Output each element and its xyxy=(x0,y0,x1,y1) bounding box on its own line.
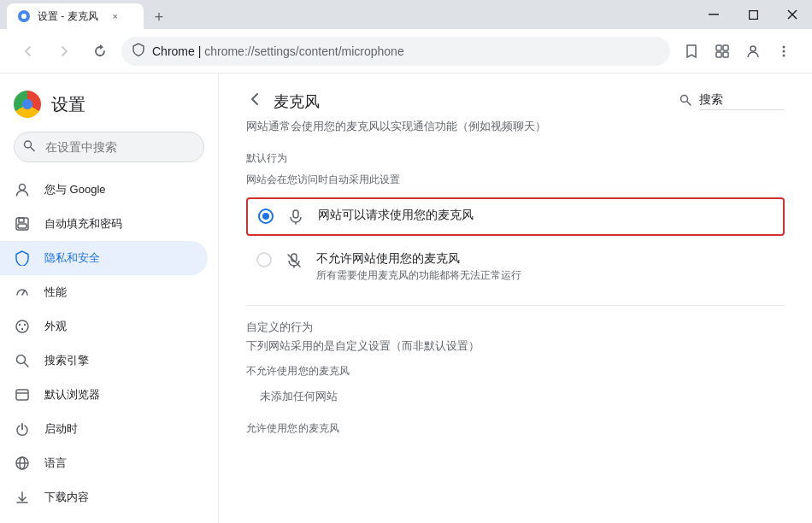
allow-option-row[interactable]: 网站可以请求使用您的麦克风 xyxy=(246,197,785,236)
security-icon xyxy=(132,43,145,59)
page-title: 麦克风 xyxy=(274,91,320,112)
svg-point-13 xyxy=(783,54,786,56)
address-separator: | xyxy=(195,44,204,58)
gauge-icon xyxy=(14,284,31,301)
reload-button[interactable] xyxy=(85,37,115,66)
divider xyxy=(246,305,785,306)
palette-icon xyxy=(14,318,31,335)
address-bar[interactable]: Chrome | chrome://settings/content/micro… xyxy=(121,37,670,66)
custom-behavior-sub: 下列网站采用的是自定义设置（而非默认设置） xyxy=(246,338,785,354)
chrome-logo xyxy=(14,91,41,118)
sidebar-item-downloads[interactable]: 下载内容 xyxy=(0,480,208,514)
sidebar-item-label: 语言 xyxy=(44,455,67,471)
sidebar-search-box[interactable] xyxy=(14,132,204,162)
deny-option-row[interactable]: 不允许网站使用您的麦克风 所有需要使用麦克风的功能都将无法正常运行 xyxy=(246,243,785,291)
tab-title: 设置 - 麦克风 xyxy=(38,9,98,24)
radio-dot xyxy=(262,213,269,220)
svg-rect-37 xyxy=(293,210,298,218)
not-allow-empty: 未添加任何网站 xyxy=(246,385,785,408)
tab-close-button[interactable]: × xyxy=(109,9,122,23)
address-site: Chrome xyxy=(152,44,195,58)
back-button[interactable] xyxy=(14,37,43,66)
save-icon xyxy=(14,215,31,232)
sidebar-item-google[interactable]: 您与 Google xyxy=(0,173,208,207)
allow-radio[interactable] xyxy=(258,209,274,224)
shield-icon xyxy=(14,250,31,267)
content-header: 麦克风 搜索 xyxy=(246,91,785,112)
maximize-button[interactable] xyxy=(733,0,773,29)
svg-point-24 xyxy=(21,328,23,330)
download-icon xyxy=(14,489,31,506)
deny-radio[interactable] xyxy=(256,252,272,267)
svg-point-10 xyxy=(750,46,756,51)
sidebar-item-label: 自动填充和密码 xyxy=(44,216,122,232)
header-search[interactable]: 搜索 xyxy=(679,92,785,110)
svg-point-14 xyxy=(25,141,32,148)
custom-behavior-label: 自定义的行为 xyxy=(246,320,785,335)
new-tab-button[interactable]: + xyxy=(147,5,171,29)
allow-option-title: 网站可以请求使用您的麦克风 xyxy=(318,208,773,223)
sidebar: 设置 您与 Google 自动填充和密码 隐私和安全 xyxy=(0,73,219,523)
sidebar-search-input[interactable] xyxy=(14,132,204,162)
svg-line-41 xyxy=(288,255,300,267)
sidebar-item-label: 搜索引擎 xyxy=(44,353,89,368)
person-icon xyxy=(14,181,31,198)
minimize-button[interactable] xyxy=(694,0,733,29)
sidebar-item-language[interactable]: 语言 xyxy=(0,446,208,480)
svg-rect-7 xyxy=(723,45,728,50)
svg-point-23 xyxy=(24,324,26,326)
svg-point-11 xyxy=(783,45,786,48)
deny-option-subtitle: 所有需要使用麦克风的功能都将无法正常运行 xyxy=(316,268,774,283)
svg-line-36 xyxy=(687,102,691,105)
sidebar-item-startup[interactable]: 启动时 xyxy=(0,412,208,446)
microphone-icon xyxy=(287,209,304,226)
default-behavior-sub: 网站会在您访问时自动采用此设置 xyxy=(246,173,785,187)
sidebar-item-label: 启动时 xyxy=(44,421,78,437)
sidebar-item-label: 您与 Google xyxy=(44,182,106,197)
header-search-icon xyxy=(679,93,692,110)
sidebar-title: 设置 xyxy=(51,93,85,116)
header-search-text: 搜索 xyxy=(699,92,785,110)
sidebar-item-label: 外观 xyxy=(44,319,67,334)
content-area: 麦克风 搜索 网站通常会使用您的麦克风以实现通信功能（例如视频聊天） 默认行为 … xyxy=(219,73,812,523)
deny-option-content: 不允许网站使用您的麦克风 所有需要使用麦克风的功能都将无法正常运行 xyxy=(316,251,774,283)
search-icon xyxy=(14,352,31,369)
svg-point-22 xyxy=(19,324,21,326)
close-button[interactable] xyxy=(773,0,812,29)
svg-rect-3 xyxy=(749,10,757,19)
allow-section-label: 允许使用您的麦克风 xyxy=(246,421,785,436)
active-tab[interactable]: 设置 - 麦克风 × xyxy=(7,3,144,29)
main-layout: 设置 您与 Google 自动填充和密码 隐私和安全 xyxy=(0,73,812,523)
svg-rect-19 xyxy=(18,224,26,228)
bookmark-button[interactable] xyxy=(677,37,706,66)
extension-button[interactable] xyxy=(708,37,737,66)
back-nav[interactable]: 麦克风 xyxy=(246,91,320,112)
power-icon xyxy=(14,420,31,438)
svg-line-26 xyxy=(25,363,29,367)
address-text: Chrome | chrome://settings/content/micro… xyxy=(152,44,660,58)
microphone-muted-icon xyxy=(285,252,303,269)
address-path: chrome://settings/content/microphone xyxy=(204,44,403,58)
sidebar-search-icon xyxy=(22,139,36,156)
svg-line-15 xyxy=(31,148,34,151)
forward-button[interactable] xyxy=(50,37,79,66)
svg-line-20 xyxy=(22,291,25,295)
sidebar-item-accessibility[interactable]: 无障碍 xyxy=(0,514,208,523)
deny-option-title: 不允许网站使用您的麦克风 xyxy=(316,251,774,267)
svg-point-35 xyxy=(681,95,688,102)
profile-button[interactable] xyxy=(738,37,768,66)
svg-rect-18 xyxy=(19,218,24,222)
sidebar-item-search[interactable]: 搜索引擎 xyxy=(0,344,208,378)
svg-rect-2 xyxy=(709,14,719,15)
menu-button[interactable] xyxy=(769,37,798,66)
sidebar-item-label: 下载内容 xyxy=(44,490,89,505)
sidebar-item-performance[interactable]: 性能 xyxy=(0,275,208,309)
svg-rect-8 xyxy=(716,52,721,57)
sidebar-item-browser[interactable]: 默认浏览器 xyxy=(0,378,208,412)
browser-icon xyxy=(14,386,31,403)
nav-right-buttons xyxy=(677,37,798,66)
back-arrow-icon xyxy=(246,91,263,112)
sidebar-item-appearance[interactable]: 外观 xyxy=(0,309,208,344)
sidebar-item-autofill[interactable]: 自动填充和密码 xyxy=(0,207,208,241)
sidebar-item-privacy[interactable]: 隐私和安全 xyxy=(0,241,208,275)
